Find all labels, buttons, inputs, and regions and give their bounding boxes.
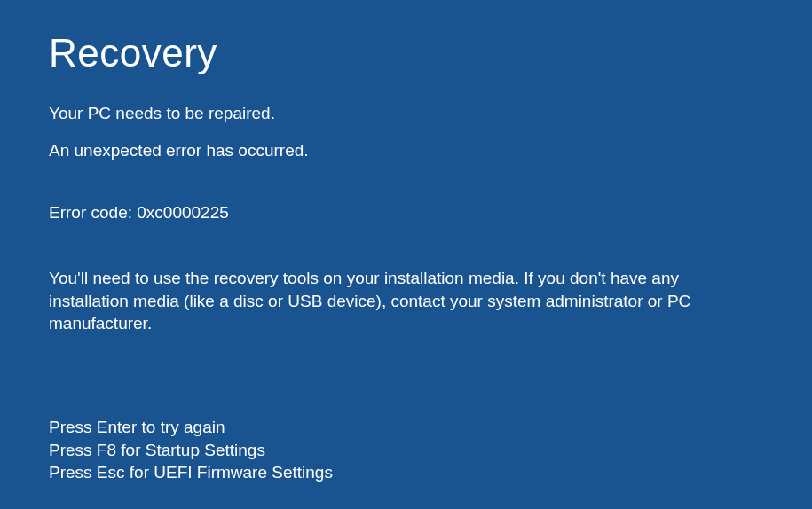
key-option-f8: Press F8 for Startup Settings [49, 439, 333, 462]
key-option-enter: Press Enter to try again [49, 416, 333, 439]
message-secondary: An unexpected error has occurred. [49, 141, 763, 161]
error-code-value: 0xc0000225 [137, 203, 229, 222]
recovery-instructions: You'll need to use the recovery tools on… [49, 267, 759, 335]
error-code-line: Error code: 0xc0000225 [49, 203, 763, 223]
key-option-esc: Press Esc for UEFI Firmware Settings [49, 461, 333, 484]
error-code-label: Error code: [49, 203, 132, 222]
message-primary: Your PC needs to be repaired. [49, 104, 763, 123]
page-title: Recovery [49, 31, 763, 75]
recovery-screen: Recovery Your PC needs to be repaired. A… [0, 0, 812, 509]
key-options-list: Press Enter to try again Press F8 for St… [49, 416, 333, 484]
